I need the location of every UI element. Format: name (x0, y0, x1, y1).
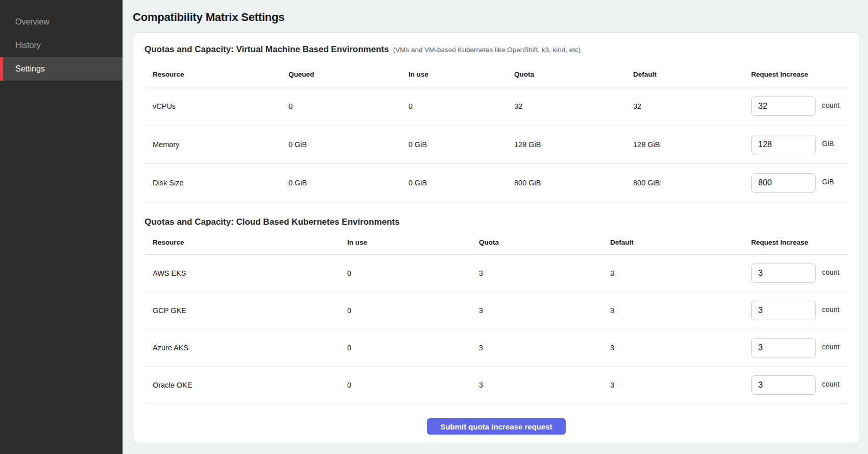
column-header-quota: Quota (514, 70, 633, 78)
column-header-default: Default (610, 238, 751, 246)
in-use-value: 0 (347, 306, 479, 315)
request-increase-cell: count (751, 264, 848, 283)
request-increase-input-disk-size[interactable] (751, 173, 816, 193)
default-value: 800 GiB (633, 179, 751, 187)
unit-label: count (822, 343, 839, 351)
table-row-oracle-oke: Oracle OKE 0 3 3 count (144, 367, 848, 404)
column-header-request-increase: Request Increase (751, 70, 848, 78)
quota-value: 3 (479, 269, 610, 277)
resource-label: AWS EKS (144, 269, 347, 277)
request-increase-input-vcpus[interactable] (751, 97, 816, 116)
request-increase-cell: count (751, 338, 848, 357)
quota-value: 800 GiB (514, 179, 633, 187)
request-increase-input-memory[interactable] (751, 135, 816, 154)
request-increase-input-gcp-gke[interactable] (751, 301, 816, 320)
request-increase-cell: count (751, 301, 848, 320)
footer-actions: Submit quota increase request (144, 418, 848, 435)
main-content: Compatibility Matrix Settings Quotas and… (123, 0, 868, 454)
quota-value: 3 (479, 381, 610, 389)
cloud-section-heading: Quotas and Capacity: Cloud Based Kuberne… (144, 217, 848, 227)
request-increase-input-aws-eks[interactable] (751, 264, 816, 283)
request-increase-cell: GiB (751, 173, 848, 193)
column-header-quota: Quota (479, 238, 610, 246)
request-increase-input-azure-aks[interactable] (751, 338, 816, 357)
page-title: Compatibility Matrix Settings (133, 10, 860, 25)
queued-value: 0 (288, 102, 408, 110)
table-row-gcp-gke: GCP GKE 0 3 3 count (144, 292, 848, 329)
vm-table-header: Resource Queued In use Quota Default Req… (144, 62, 848, 87)
request-increase-cell: GiB (751, 135, 848, 154)
cloud-table-header: Resource In use Quota Default Request In… (144, 230, 848, 255)
sidebar: Overview History Settings (0, 0, 123, 454)
column-header-queued: Queued (288, 70, 408, 78)
in-use-value: 0 GiB (408, 140, 514, 149)
in-use-value: 0 (347, 344, 479, 352)
quota-value: 32 (514, 102, 633, 110)
unit-label: GiB (822, 178, 834, 186)
cloud-section-title: Quotas and Capacity: Cloud Based Kuberne… (144, 217, 400, 227)
default-value: 3 (610, 344, 751, 352)
resource-label: Disk Size (144, 179, 288, 187)
sidebar-item-history[interactable]: History (0, 34, 123, 57)
default-value: 128 GiB (633, 140, 751, 149)
column-header-default: Default (633, 70, 751, 78)
quota-value: 128 GiB (514, 140, 633, 149)
unit-label: count (822, 101, 839, 109)
in-use-value: 0 (347, 381, 479, 389)
unit-label: GiB (822, 139, 834, 148)
resource-label: Oracle OKE (144, 381, 347, 389)
default-value: 3 (610, 269, 751, 277)
column-header-resource: Resource (144, 70, 288, 78)
in-use-value: 0 (408, 102, 514, 110)
column-header-resource: Resource (144, 238, 347, 246)
table-row-memory: Memory 0 GiB 0 GiB 128 GiB 128 GiB GiB (144, 126, 848, 164)
sidebar-item-settings[interactable]: Settings (0, 57, 123, 81)
column-header-in-use: In use (347, 238, 479, 246)
table-row-azure-aks: Azure AKS 0 3 3 count (144, 329, 848, 367)
resource-label: Memory (144, 140, 288, 149)
column-header-request-increase: Request Increase (751, 238, 848, 246)
default-value: 32 (633, 102, 751, 110)
table-row-vcpus: vCPUs 0 0 32 32 count (144, 87, 848, 126)
unit-label: count (822, 380, 839, 388)
resource-label: GCP GKE (144, 306, 347, 315)
request-increase-cell: count (751, 375, 848, 395)
queued-value: 0 GiB (288, 179, 408, 187)
in-use-value: 0 GiB (408, 179, 514, 187)
queued-value: 0 GiB (288, 140, 408, 149)
default-value: 3 (610, 381, 751, 389)
sidebar-item-overview[interactable]: Overview (0, 10, 123, 34)
resource-label: vCPUs (144, 102, 288, 110)
quota-value: 3 (479, 306, 610, 315)
vm-section-heading: Quotas and Capacity: Virtual Machine Bas… (144, 44, 848, 55)
quota-value: 3 (479, 344, 610, 352)
unit-label: count (822, 305, 839, 314)
table-row-disk-size: Disk Size 0 GiB 0 GiB 800 GiB 800 GiB Gi… (144, 164, 848, 202)
unit-label: count (822, 268, 839, 276)
table-row-aws-eks: AWS EKS 0 3 3 count (144, 255, 848, 292)
resource-label: Azure AKS (144, 344, 347, 352)
settings-card: Quotas and Capacity: Virtual Machine Bas… (133, 32, 860, 443)
column-header-in-use: In use (408, 70, 514, 78)
default-value: 3 (610, 306, 751, 315)
request-increase-cell: count (751, 97, 848, 116)
vm-section-title: Quotas and Capacity: Virtual Machine Bas… (144, 44, 389, 55)
vm-section-subtitle: (VMs and VM-based Kubernetes like OpenSh… (393, 46, 581, 54)
submit-quota-increase-button[interactable]: Submit quota increase request (427, 418, 565, 435)
in-use-value: 0 (347, 269, 479, 277)
request-increase-input-oracle-oke[interactable] (751, 375, 816, 395)
